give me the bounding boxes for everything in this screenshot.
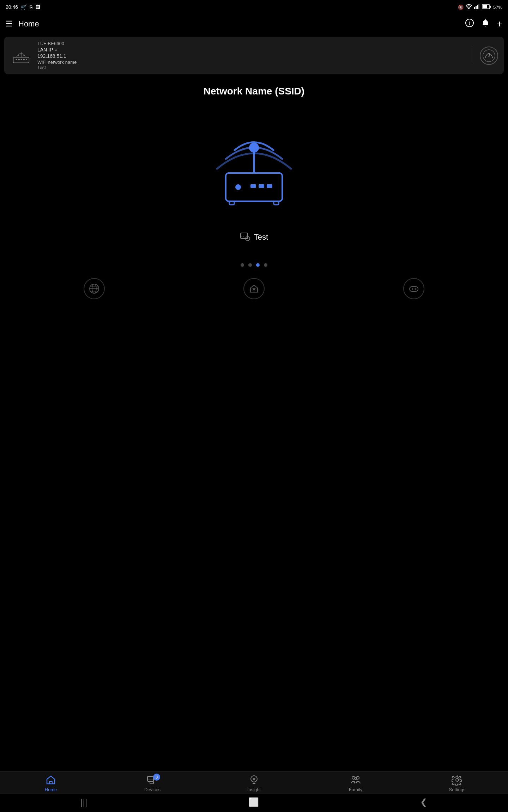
router-info: TUF-BE6600 LAN IP » 192.168.51.1 WiFi ne…: [37, 41, 464, 70]
svg-point-40: [415, 288, 416, 289]
svg-rect-13: [21, 59, 22, 60]
svg-point-15: [26, 59, 27, 60]
top-bar-left: ☰ Home: [6, 19, 39, 29]
svg-point-43: [414, 289, 415, 289]
status-time: 20:46: [6, 4, 18, 10]
mute-icon: 🔇: [458, 5, 464, 10]
nav-items: Home 3 Devices Insight: [0, 771, 508, 794]
svg-rect-1: [476, 6, 477, 9]
status-left: 20:46 🛒 ⎘ 🖼: [6, 4, 40, 10]
nav-label-home: Home: [45, 787, 57, 792]
svg-rect-25: [259, 184, 264, 188]
svg-rect-24: [250, 184, 256, 188]
android-back[interactable]: ❮: [420, 797, 427, 807]
svg-point-42: [415, 289, 416, 290]
menu-button[interactable]: ☰: [6, 19, 13, 29]
lan-ip-row: LAN IP »: [37, 47, 464, 53]
ssid-label-row: 2.4 Test: [240, 232, 268, 242]
svg-rect-45: [147, 776, 153, 781]
svg-rect-14: [23, 59, 25, 60]
android-nav: ||| ⬜ ❮: [0, 794, 508, 812]
notification-button[interactable]: [481, 19, 490, 29]
wifi-icon: [466, 4, 472, 10]
android-home[interactable]: ⬜: [248, 797, 259, 807]
gallery-icon: 🖼: [35, 4, 40, 10]
svg-rect-2: [477, 5, 478, 9]
signal-icon: [474, 4, 480, 10]
nav-label-settings: Settings: [449, 787, 466, 792]
globe-action-button[interactable]: [84, 278, 105, 299]
svg-point-23: [235, 184, 241, 190]
add-button[interactable]: +: [497, 18, 502, 30]
cart-icon: 🛒: [21, 4, 27, 10]
nav-item-family[interactable]: Family: [345, 774, 366, 792]
svg-rect-5: [482, 5, 487, 8]
devices-badge: 3: [153, 774, 160, 781]
svg-rect-11: [16, 59, 17, 60]
router-image: [10, 46, 32, 66]
nav-item-devices[interactable]: 3 Devices: [142, 774, 163, 792]
wifi-network-row: WiFi network name: [37, 60, 464, 65]
android-recents[interactable]: |||: [81, 797, 87, 807]
nav-label-insight: Insight: [247, 787, 261, 792]
nav-label-family: Family: [349, 787, 362, 792]
svg-text:i: i: [469, 20, 470, 26]
svg-point-29: [247, 238, 248, 239]
wifi-network-label: WiFi network name: [37, 60, 77, 65]
info-button[interactable]: i: [465, 18, 474, 30]
ip-address: 192.168.51.1: [37, 53, 464, 59]
status-bar: 20:46 🛒 ⎘ 🖼 🔇 57%: [0, 0, 508, 14]
bottom-spacer: [0, 303, 508, 360]
dot-2: [248, 263, 252, 267]
svg-text:2.4: 2.4: [241, 235, 244, 238]
svg-point-17: [489, 56, 490, 57]
nav-label-devices: Devices: [144, 787, 161, 792]
svg-point-36: [253, 290, 254, 291]
battery-indicator: [482, 4, 491, 10]
svg-rect-22: [274, 201, 279, 205]
wifi-network-name: Test: [37, 65, 464, 70]
dot-3: [256, 263, 260, 267]
svg-rect-26: [267, 184, 272, 188]
bottom-navigation: Home 3 Devices Insight: [0, 771, 508, 812]
svg-rect-6: [490, 6, 491, 8]
svg-point-19: [249, 143, 259, 153]
svg-rect-46: [150, 781, 153, 784]
cast-icon: ⎘: [30, 4, 32, 10]
main-content: 2.4 Test: [0, 103, 508, 249]
router-card[interactable]: TUF-BE6600 LAN IP » 192.168.51.1 WiFi ne…: [4, 37, 504, 74]
page-title: Home: [18, 19, 39, 29]
svg-rect-12: [18, 59, 20, 60]
dot-4: [264, 263, 267, 267]
router-model: TUF-BE6600: [37, 41, 464, 46]
svg-point-54: [456, 779, 459, 781]
svg-rect-9: [13, 57, 29, 62]
svg-point-48: [251, 776, 257, 782]
home-wifi-action-button[interactable]: [243, 278, 265, 299]
router-card-divider: [472, 47, 472, 64]
quick-actions: [0, 274, 508, 303]
svg-point-16: [483, 50, 495, 62]
svg-point-41: [416, 289, 417, 289]
nav-item-insight[interactable]: Insight: [243, 774, 265, 792]
svg-rect-0: [474, 7, 475, 9]
svg-rect-21: [229, 201, 234, 205]
nav-item-settings[interactable]: Settings: [447, 774, 468, 792]
nav-item-home[interactable]: Home: [40, 774, 61, 792]
gamepad-action-button[interactable]: [403, 278, 424, 299]
top-bar: ☰ Home i +: [0, 14, 508, 34]
svg-rect-3: [478, 4, 479, 9]
top-bar-right: i +: [465, 18, 502, 30]
lan-ip-arrow: »: [55, 47, 58, 52]
router-illustration: [205, 117, 303, 222]
status-right: 🔇 57%: [458, 4, 502, 10]
lan-ip-label: LAN IP: [37, 47, 53, 53]
speed-test-button[interactable]: [480, 47, 498, 65]
dot-1: [241, 263, 244, 267]
ssid-network-name: Test: [254, 233, 268, 242]
battery-percentage: 57%: [493, 5, 502, 10]
page-dots: [0, 263, 508, 267]
network-title: Network Name (SSID): [0, 77, 508, 103]
